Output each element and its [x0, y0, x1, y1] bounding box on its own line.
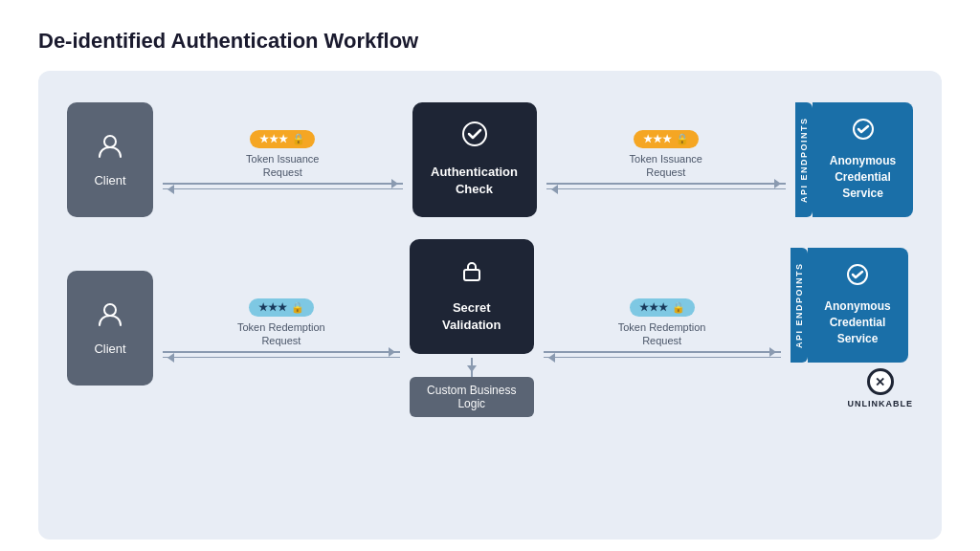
- api-endpoints-bar-top: API ENDPOINTS: [795, 102, 813, 217]
- arrow-line-left2: [546, 188, 787, 190]
- bottom-row: Client ★★★ 🔒 Token RedemptionRequest: [67, 239, 913, 364]
- client-icon-bottom: [96, 300, 124, 336]
- api-endpoints-bar-bottom: API ENDPOINTS: [791, 248, 808, 363]
- arrow-left-bottom-right: [544, 357, 781, 359]
- arrow-right-bottom-left: [163, 351, 400, 353]
- arrow-left-top-left: [163, 188, 403, 190]
- svg-rect-4: [464, 270, 479, 280]
- arrow-right-top-left: [163, 183, 403, 185]
- top-row: Client ★★★ 🔒 Token IssuanceRequest: [67, 98, 913, 222]
- api-credential-top: API ENDPOINTS AnonymousCredentialService: [795, 102, 913, 217]
- page-title: De-identified Authentication Workflow: [38, 29, 942, 54]
- arrow-line-right2: [546, 183, 787, 185]
- credential-icon-bottom: [846, 263, 869, 293]
- client-box-bottom: Client: [67, 271, 153, 386]
- arrow-line-right3: [163, 351, 400, 353]
- api-credential-bottom-section: API ENDPOINTS AnonymousCredentialService…: [791, 248, 914, 408]
- secret-validation-area: SecretValidation Custom Business Logic: [410, 239, 534, 417]
- auth-check-box: AuthenticationCheck: [412, 102, 537, 217]
- left-token-label-top: Token IssuanceRequest: [246, 152, 319, 180]
- custom-logic-box: Custom Business Logic: [410, 377, 534, 417]
- right-token-badge-bottom: ★★★ 🔒: [630, 298, 695, 317]
- left-arrow-section-bottom: ★★★ 🔒 Token RedemptionRequest: [153, 298, 410, 359]
- arrow-right-top-right: [546, 183, 787, 185]
- client-box-top: Client: [67, 102, 153, 217]
- arrow-line-right: [163, 183, 403, 185]
- left-token-label-bottom: Token RedemptionRequest: [237, 320, 325, 348]
- arrow-line-left4: [544, 357, 781, 359]
- api-credential-bottom: API ENDPOINTS AnonymousCredentialService: [791, 248, 908, 363]
- x-circle-icon: ✕: [867, 368, 894, 395]
- client-label-bottom: Client: [94, 342, 125, 356]
- check-icon: [461, 121, 488, 156]
- left-token-badge-top: ★★★ 🔒: [250, 130, 315, 148]
- svg-point-1: [463, 122, 486, 145]
- right-arrows-top: [546, 183, 787, 189]
- left-arrows-bottom: [163, 351, 400, 358]
- unlinkable-label: UNLINKABLE: [848, 399, 914, 408]
- right-arrow-section-bottom: ★★★ 🔒 Token RedemptionRequest: [534, 298, 791, 359]
- arrow-line-right4: [544, 351, 781, 353]
- left-arrow-section-top: ★★★ 🔒 Token IssuanceRequest: [153, 130, 412, 190]
- secret-validation-label: SecretValidation: [442, 299, 501, 334]
- credential-icon-top: [852, 118, 875, 147]
- credential-box-top: AnonymousCredentialService: [813, 102, 913, 217]
- left-arrows-top: [163, 183, 403, 189]
- svg-point-3: [104, 304, 116, 316]
- right-token-badge-top: ★★★ 🔒: [634, 130, 699, 148]
- diagram-container: Client ★★★ 🔒 Token IssuanceRequest: [38, 71, 942, 540]
- arrow-left-top-right: [546, 188, 787, 190]
- left-token-badge-bottom: ★★★ 🔒: [249, 298, 314, 317]
- auth-check-label: AuthenticationCheck: [431, 164, 518, 198]
- right-arrow-section-top: ★★★ 🔒 Token IssuanceRequest: [537, 130, 796, 190]
- client-label-top: Client: [94, 173, 125, 187]
- svg-point-0: [104, 136, 116, 147]
- credential-box-bottom: AnonymousCredentialService: [808, 248, 908, 363]
- arrow-line-left: [163, 188, 403, 190]
- secret-validation-box: SecretValidation: [410, 239, 534, 354]
- down-arrow-line: [471, 358, 473, 377]
- unlinkable-section: ✕ UNLINKABLE: [848, 368, 914, 408]
- credential-label-top: AnonymousCredentialService: [830, 153, 896, 201]
- arrow-line-left3: [163, 357, 400, 359]
- right-arrows-bottom: [544, 351, 781, 358]
- arrow-right-bottom-right: [544, 351, 781, 353]
- credential-label-bottom: AnonymousCredentialService: [824, 298, 890, 346]
- lock-icon: [459, 258, 484, 292]
- client-icon-top: [96, 132, 124, 167]
- down-arrow: [471, 358, 473, 377]
- right-token-label-bottom: Token RedemptionRequest: [618, 320, 706, 348]
- arrow-left-bottom-left: [163, 357, 400, 359]
- right-token-label-top: Token IssuanceRequest: [630, 152, 702, 180]
